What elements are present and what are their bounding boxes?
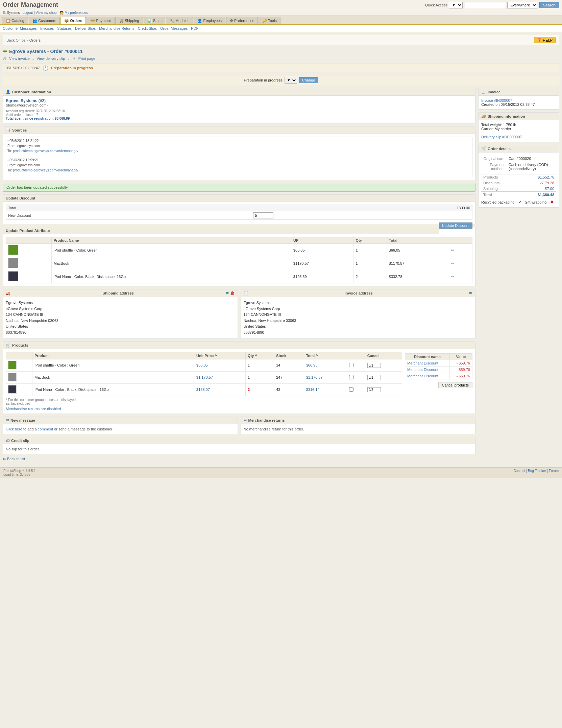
discount-name-section: Discount name Value Merchant Discount - … bbox=[405, 352, 472, 411]
prod-check-3[interactable] bbox=[347, 383, 365, 396]
invoice-addr-title: Invoice address bbox=[345, 291, 373, 295]
list-item: Merchant Discount - $59.76 bbox=[405, 373, 472, 379]
source-to-link-1[interactable]: productdemo.egrovesys.com/ordermanage/ bbox=[13, 149, 78, 153]
tab-modules[interactable]: 🔧 Modules bbox=[166, 17, 193, 24]
tab-preferences[interactable]: ⚙ Preferences bbox=[226, 17, 258, 24]
source-to-link-2[interactable]: productdemo.egrovesys.com/ordermanage/ bbox=[13, 168, 78, 172]
footer-contact-link[interactable]: Contact bbox=[513, 469, 525, 473]
new-message-body: Click here to add a comment or send a me… bbox=[3, 424, 238, 434]
order-details-info-table: Original cart: Cart #000020 Payment meth… bbox=[481, 155, 556, 172]
source-entry-2: • 05/6/2012 12:59:21 From: egrovesys.com… bbox=[7, 158, 471, 173]
search-input[interactable] bbox=[465, 2, 505, 8]
prod-check-1[interactable] bbox=[347, 359, 365, 371]
inv-addr-street: 134 CANNONGATE III bbox=[244, 312, 473, 318]
cancel-products-button[interactable]: Cancel products bbox=[438, 382, 473, 388]
attr-edit-2[interactable]: ✏ bbox=[449, 257, 472, 270]
status-action-label: Preparation in progress bbox=[244, 78, 283, 82]
icon-invoice-link: 🖨 bbox=[3, 56, 6, 62]
prod-cancel-input-1[interactable] bbox=[367, 363, 381, 368]
order-title-text: Egrove Systems - Order #000011 bbox=[9, 49, 83, 54]
view-delivery-slip-link[interactable]: View delivery slip bbox=[36, 56, 65, 62]
merchandise-disabled-link[interactable]: Merchandise returns are disabled bbox=[6, 407, 61, 411]
tab-employees[interactable]: 👤 Employees bbox=[194, 17, 225, 24]
help-label: HELP bbox=[543, 38, 553, 42]
source-date-2: • 05/6/2012 12:59:21 bbox=[7, 158, 471, 163]
credit-slip-standalone-panel: 🏷 Credit slip No slip for this order. bbox=[3, 437, 475, 454]
update-product-attr-body: Product Name UP Qty Total iPod shuffle -… bbox=[3, 234, 475, 286]
breadcrumb-backoffice[interactable]: Back Office bbox=[6, 38, 25, 42]
everywhere-select[interactable]: Everywhere bbox=[507, 2, 537, 8]
footer-forum-link[interactable]: Forum bbox=[549, 469, 559, 473]
tab-catalog[interactable]: 📋 Catalog bbox=[2, 17, 28, 24]
inv-addr-country: United States bbox=[244, 324, 473, 330]
table-row: iPod shuffle - Color: Green $66.05 1 $66… bbox=[6, 244, 472, 257]
print-icon: 🖨 bbox=[72, 56, 76, 62]
payment-label: Payment method: bbox=[482, 162, 507, 171]
source-entry-3: • 04/26/2012 06:54:28 From: modulebazaar… bbox=[7, 177, 471, 177]
delivery-slip-link[interactable]: Delivery slip #DE000007 bbox=[481, 135, 522, 139]
print-page-link[interactable]: Print page bbox=[78, 56, 95, 62]
footer-bug-tracker-link[interactable]: Bug Tracker bbox=[528, 469, 546, 473]
help-button[interactable]: ❓ HELP bbox=[534, 37, 556, 43]
my-preferences-link[interactable]: 🧑 My preferences bbox=[59, 11, 88, 15]
merchandise-returns-panel: ↩ Merchandise returns No merchandise ret… bbox=[241, 417, 476, 434]
subnav-statuses[interactable]: Statuses bbox=[57, 26, 72, 30]
prod-total-2: $1,170.57 bbox=[304, 371, 347, 383]
sources-scroll[interactable]: • 05/6/2012 13:21:22 From: egrovesys.com… bbox=[6, 137, 472, 177]
subnav-credit-slips[interactable]: Credit Slips bbox=[138, 26, 157, 30]
breadcrumb: Back Office › Orders bbox=[6, 38, 41, 42]
edit-shipping-addr-icon[interactable]: ✏ bbox=[226, 291, 229, 296]
view-invoice-link[interactable]: View invoice bbox=[9, 56, 30, 62]
valid-orders: Valid orders placed: 7 bbox=[6, 113, 472, 117]
prod-cancel-input-2[interactable] bbox=[367, 375, 381, 380]
prod-cancel-1 bbox=[365, 359, 402, 371]
back-to-list-link[interactable]: ⬅ Back to list bbox=[3, 457, 475, 461]
delete-shipping-addr-icon[interactable]: 🗑 bbox=[230, 291, 235, 296]
order-details-header: 🛒 Order details bbox=[479, 145, 559, 152]
tab-orders[interactable]: 📦 Orders bbox=[60, 17, 86, 24]
disc-val-3: - $59.76 bbox=[449, 373, 472, 379]
subnav-deliver-slips[interactable]: Deliver Slips bbox=[75, 26, 96, 30]
comment-link[interactable]: comment bbox=[38, 427, 53, 431]
discounts-amount-value: -$179.28 bbox=[518, 180, 556, 186]
customer-info-header: 👤 Customer information bbox=[3, 88, 475, 96]
subnav-pdf[interactable]: PDF bbox=[191, 26, 198, 30]
attr-edit-3[interactable]: ✏ bbox=[449, 270, 472, 283]
tab-payment[interactable]: 💳 Payment bbox=[87, 17, 114, 24]
change-status-button[interactable]: Change bbox=[299, 77, 318, 83]
invoice-number-link[interactable]: Invoice #IN000007 bbox=[481, 98, 512, 102]
new-discount-input[interactable] bbox=[253, 212, 273, 218]
tab-shipping[interactable]: 🚚 Shipping bbox=[115, 17, 143, 24]
search-button[interactable]: Search bbox=[539, 2, 559, 8]
attr-edit-1[interactable]: ✏ bbox=[449, 244, 472, 257]
click-here-link[interactable]: Click here bbox=[6, 427, 22, 431]
tab-tools[interactable]: 🔑 Tools bbox=[259, 17, 280, 24]
order-title-row: ⬅ Egrove Systems - Order #000011 bbox=[3, 48, 559, 54]
subnav-order-messages[interactable]: Order Messages bbox=[160, 26, 188, 30]
subnav-merchandise-returns[interactable]: Merchandise Returns bbox=[99, 26, 135, 30]
update-product-attr-panel: Update Product Attribute Product Name UP… bbox=[3, 227, 475, 286]
prod-checkbox-1[interactable] bbox=[349, 363, 353, 367]
prod-check-2[interactable] bbox=[347, 371, 365, 383]
tab-stats[interactable]: 📊 Stats bbox=[144, 17, 165, 24]
logout-link[interactable]: Logout bbox=[23, 11, 33, 15]
subnav-invoices[interactable]: Invoices bbox=[40, 26, 54, 30]
prod-cancel-3 bbox=[365, 383, 402, 396]
new-discount-input-cell bbox=[251, 211, 472, 220]
shipping-info-title: Shipping information bbox=[488, 114, 525, 118]
order-details-panel: 🛒 Order details Original cart: Cart #000… bbox=[478, 145, 559, 208]
prod-checkbox-2[interactable] bbox=[349, 375, 353, 379]
quick-access-label: Quick Access bbox=[425, 3, 447, 7]
quick-access-select[interactable]: ▼ bbox=[449, 2, 463, 8]
edit-invoice-addr-icon[interactable]: ✏ bbox=[469, 291, 472, 296]
view-shop-link[interactable]: View my shop bbox=[35, 11, 56, 15]
update-discount-button[interactable]: Update Discount bbox=[439, 222, 472, 229]
inv-addr-company: eGrove Systems Corp bbox=[244, 306, 473, 312]
prod-checkbox-3[interactable] bbox=[349, 387, 353, 392]
invoice-panel-title: Invoice bbox=[488, 90, 500, 94]
status-select[interactable]: ▼ bbox=[285, 77, 297, 84]
tab-customers[interactable]: 👥 Customers bbox=[29, 17, 60, 24]
prod-col-stock: Stock bbox=[274, 352, 304, 359]
subnav-customer-messages[interactable]: Customer Messages bbox=[3, 26, 37, 30]
prod-cancel-input-3[interactable] bbox=[367, 387, 381, 392]
